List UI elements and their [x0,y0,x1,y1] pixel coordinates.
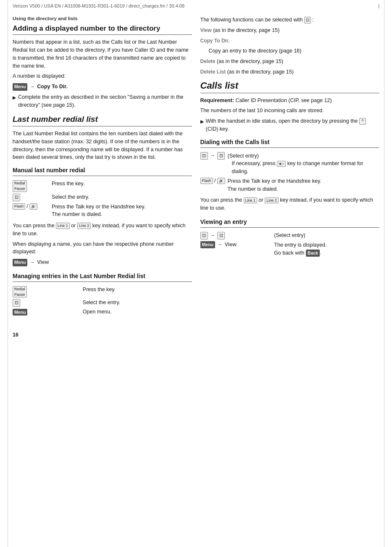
back-btn: Back [306,250,320,257]
adding-bullet1-text: Complete the entry as described in the s… [18,93,192,109]
handsfree-key2: 🔊 [217,178,225,184]
nav-function-key: ⊡ [304,17,311,24]
table-row: Redial Pause Press the key. [13,179,192,192]
key-cell: Flash / 🔊 [200,176,228,194]
calls-list-heading: Calls list [200,80,380,91]
nav-key6: ⊡ [217,232,225,239]
menu-button-label: Menu [13,83,27,91]
nav-key3: ⊡ [200,152,208,160]
table-row: Flash / 🔊 Press the Talk key or the Hand… [13,202,192,220]
function-copy-to-dir-desc: Copy an entry to the directory (page 16) [209,47,380,55]
table-row: ⊡ Select the entry. [13,193,192,202]
requirement-line: Requirement: Caller ID Presentation (CIP… [200,97,380,105]
action-cell: The entry is displayed. Go back with Bac… [274,240,379,258]
page-number: 16 [0,328,392,342]
function-delete-list: Delete List (as in the directory, page 1… [200,68,380,76]
line-key-text2: You can press the Line 1 or Line 2 key i… [200,196,380,212]
viewing-heading: Viewing an entry [200,218,380,226]
managing-divider [13,281,192,282]
heading-divider [13,34,192,35]
table-row: Menu → View The entry is displayed. Go b… [200,240,380,258]
managing-table: Redial Pause Press the key. ⊡ Select the… [13,285,192,317]
right-column: The following functions can be selected … [200,16,380,319]
calls-bullet-text: With the handset in idle status, open th… [206,117,380,133]
left-column: Using the directory and lists Adding a d… [13,16,192,319]
key-cell: Redial Pause [13,179,52,192]
key-cell: ⊡ → ⊡ [200,151,228,176]
action-cell: Press the Talk key or the Handsfree key.… [227,176,379,194]
adding-body: Numbers that appear in a list, such as t… [13,38,192,70]
line2-key: Line 2 [77,223,91,229]
action-cell: (Select entry) If necessary, press ★○ ke… [227,151,379,176]
function-copy-to-dir: Copy To Dir. [200,37,380,45]
handsfree-key: 🔊 [29,203,37,210]
delete-list-func-label: Delete List [200,69,226,75]
adding-bullet1: ▶ Complete the entry as described in the… [13,93,192,109]
content-wrapper: Using the directory and lists Adding a d… [0,12,392,328]
calls-list-body: The numbers of the last 10 incoming call… [200,107,380,115]
breadcrumb: Verizon V500 / USA EN / A31008-M1931-R30… [13,3,184,8]
nav-key4: ⊡ [217,152,225,160]
line1-key2: Line 1 [244,197,258,204]
bullet-triangle2: ▶ [200,118,204,125]
copy-to-dir-label: Copy To Dir. [37,84,68,89]
flash-key2: Flash [200,178,213,184]
requirement-text: Caller ID Presentation (CIP, see page 12… [236,97,332,103]
page-header: Verizon V500 / USA EN / A31008-M1931-R30… [0,0,392,12]
function-delete: Delete (as in the directory, page 15) [200,58,380,66]
requirement-label: Requirement: [200,97,234,103]
menu-btn2: Menu [13,259,27,266]
nav-key-icon: ⊡ [13,194,20,201]
action-cell: Select the entry. [83,298,192,308]
table-row: Redial Pause Press the key. [13,285,192,298]
function-view: View (as in the directory, page 15) [200,26,380,34]
table-row: ⊡ → ⊡ (Select entry) [200,231,380,240]
menu-key: Menu [13,309,27,316]
line-key-text: You can press the Line 1 or Line 2 key i… [13,222,192,238]
adding-heading: Adding a displayed number to the directo… [13,24,192,33]
nav-key5: ⊡ [200,232,208,239]
key-cell: ⊡ [13,193,52,202]
flash-key: Flash [13,203,25,210]
table-row: ⊡ → ⊡ (Select entry) If necessary, press… [200,151,380,176]
viewing-table: ⊡ → ⊡ (Select entry) Menu → View The ent… [200,231,380,258]
nav-key2: ⊡ [13,299,20,307]
key-cell: ⊡ → ⊡ [200,231,274,240]
redial-pause-key: Redial Pause [13,180,27,192]
header-separator: | [378,3,379,8]
view-func-label: View [200,27,212,33]
functions-intro: The following functions can be selected … [200,16,380,24]
managing-heading: Managing entries in the Last Number Redi… [13,272,192,280]
key-cell: ⊡ [13,298,83,308]
copy-dir-func-label: Copy To Dir. [200,38,230,44]
viewing-divider [200,227,380,228]
arrow2: → [30,259,36,265]
page-border-right [384,0,384,547]
page-border-left [8,0,8,547]
table-row: ⊡ Select the entry. [13,298,192,308]
calls-list-divider [200,93,380,93]
view-label2: View [225,242,237,247]
menu-view-line: Menu → View [13,258,192,266]
dialing-heading: Dialing with the Calls list [200,138,380,146]
action-cell: (Select entry) [274,231,379,240]
key-cell: Redial Pause [13,285,83,298]
view-label: View [37,259,49,265]
delete-func-label: Delete [200,58,216,64]
last-number-divider [13,126,192,126]
star-key: ★○ [277,161,286,167]
dialing-divider [200,147,380,148]
action-cell: Press the Talk key or the Handsfree key.… [52,202,192,220]
manual-redial-divider [13,176,192,176]
dialing-table: ⊡ → ⊡ (Select entry) If necessary, press… [200,151,380,194]
key-cell: Menu [13,308,83,317]
menu-copy-line: Menu → Copy To Dir. [13,83,192,91]
redial-pause-key2: Redial Pause [13,286,27,297]
last-number-body: The Last Number Redial list contains the… [13,130,192,161]
section-label: Using the directory and lists [13,16,192,21]
menu-btn3: Menu [200,241,215,248]
key-cell: Flash / 🔊 [13,202,52,220]
cid-key: ^ [359,118,366,125]
displayed-label: A number is displayed: [13,72,192,80]
action-cell: Open menu. [83,308,192,317]
